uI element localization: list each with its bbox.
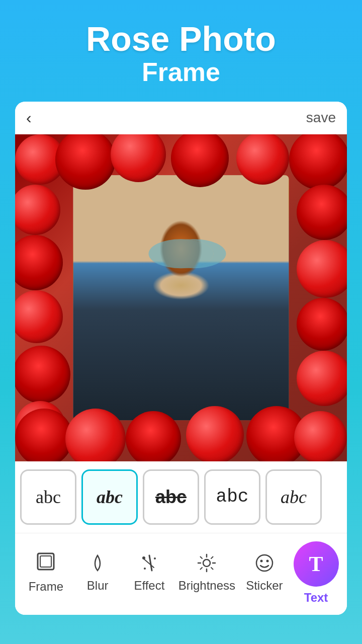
font-card-5-text: abc [281, 487, 307, 508]
tool-blur-label: Blur [87, 579, 109, 593]
rose-16 [15, 409, 73, 461]
font-card-2[interactable]: abc [81, 469, 138, 525]
svg-rect-1 [40, 556, 51, 567]
tool-text[interactable]: T Text [294, 541, 339, 605]
header: Rose Photo Frame [0, 0, 362, 97]
photo-area [15, 134, 347, 461]
blur-icon [88, 553, 107, 575]
center-photo [73, 175, 289, 421]
font-card-4-text: abc [216, 487, 249, 507]
tool-brightness-label: Brightness [178, 579, 235, 593]
rose-9 [15, 290, 63, 343]
card-toolbar: ‹ save [15, 102, 347, 134]
app-title-line2: Frame [10, 58, 352, 87]
font-card-3-text: abc [155, 487, 187, 508]
rose-1 [15, 134, 65, 185]
brightness-icon [197, 553, 216, 575]
font-card-3[interactable]: abc [143, 469, 199, 525]
svg-point-4 [142, 556, 145, 559]
rose-8 [15, 235, 63, 290]
svg-point-5 [154, 557, 156, 559]
photo-frame-container [15, 134, 347, 461]
rose-21 [294, 411, 347, 461]
svg-point-18 [266, 559, 268, 562]
effect-icon [140, 553, 159, 575]
font-card-1[interactable]: abc [20, 469, 76, 525]
app-title-line1: Rose Photo [10, 20, 352, 58]
rose-14 [297, 298, 347, 351]
text-icon: T [309, 553, 323, 575]
tool-effect-label: Effect [134, 579, 164, 593]
tool-blur[interactable]: Blur [75, 553, 120, 593]
rose-15 [297, 351, 347, 406]
rose-7 [15, 185, 60, 235]
save-button[interactable]: save [306, 110, 336, 126]
font-style-strip: abc abc abc abc abc [15, 461, 347, 533]
frame-icon [36, 552, 55, 576]
svg-line-3 [143, 558, 154, 568]
svg-line-13 [211, 568, 213, 570]
tool-sticker[interactable]: Sticker [242, 553, 287, 593]
tool-frame-label: Frame [29, 580, 63, 594]
font-card-4[interactable]: abc [204, 469, 260, 525]
svg-line-15 [201, 568, 203, 570]
tool-text-label: Text [304, 591, 328, 605]
text-active-circle: T [294, 541, 339, 587]
svg-line-2 [149, 555, 152, 571]
person-photo [73, 175, 289, 421]
svg-point-7 [203, 559, 210, 567]
svg-line-12 [201, 556, 203, 558]
tool-sticker-label: Sticker [246, 579, 283, 593]
rose-12 [297, 185, 347, 240]
rose-11 [15, 401, 65, 451]
tool-effect[interactable]: Effect [127, 553, 172, 593]
font-card-2-text: abc [97, 487, 123, 508]
rose-6 [289, 134, 347, 190]
font-card-5[interactable]: abc [265, 469, 322, 525]
font-card-1-text: abc [36, 487, 61, 508]
bottom-toolbar: Frame Blur Effect [15, 533, 347, 615]
back-button[interactable]: ‹ [26, 109, 32, 127]
svg-line-14 [211, 556, 213, 558]
svg-point-6 [144, 568, 146, 570]
main-card: ‹ save [15, 102, 347, 615]
tool-brightness[interactable]: Brightness [178, 553, 235, 593]
tool-frame[interactable]: Frame [23, 552, 68, 594]
rose-10 [15, 346, 70, 404]
svg-point-17 [260, 559, 262, 562]
rose-13 [297, 240, 347, 298]
svg-point-16 [256, 555, 273, 571]
sticker-icon [255, 553, 274, 575]
